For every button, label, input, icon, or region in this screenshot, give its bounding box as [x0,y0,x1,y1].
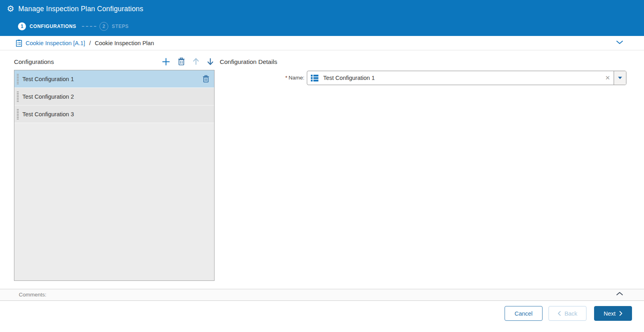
caret-down-icon [618,77,622,79]
cancel-label: Cancel [515,310,533,317]
arrow-down-icon [207,58,214,66]
cancel-button[interactable]: Cancel [505,306,543,321]
delete-configuration-button[interactable] [177,57,186,66]
chevron-left-icon [558,311,561,316]
name-field-label: *Name: [224,75,304,81]
inspection-plan-icon [16,40,22,47]
configurations-title: Configurations [14,58,54,66]
move-down-button[interactable] [206,57,215,66]
wizard-step-steps[interactable]: 2 STEPS [99,22,129,31]
step-label: STEPS [112,24,129,29]
clear-icon[interactable]: ✕ [602,74,614,82]
configuration-row-label: Test Configuration 1 [22,76,74,82]
chevron-up-icon [616,291,623,296]
step-number-badge: 1 [18,22,26,30]
back-label: Back [564,310,577,317]
comments-collapse-button[interactable] [616,291,623,296]
manage-gear-icon: ⚙ [7,4,14,13]
row-delete-button[interactable] [203,75,209,83]
dialog-footer: Cancel Back Next [0,300,644,332]
wizard-step-configurations[interactable]: 1 CONFIGURATIONS [18,22,76,30]
configuration-row-1[interactable]: Test Configuration 1 [14,70,214,88]
chevron-down-icon[interactable] [616,40,623,45]
drag-handle-icon[interactable] [17,109,19,119]
configuration-row-2[interactable]: Test Configuration 2 [14,88,214,105]
configuration-row-label: Test Configuration 3 [22,111,74,117]
name-dropdown-button[interactable] [614,71,626,85]
next-label: Next [604,310,616,317]
next-button[interactable]: Next [594,306,632,321]
configurations-header: Configurations [14,56,215,68]
wizard-steps: 1 CONFIGURATIONS 2 STEPS [18,22,129,31]
dialog-header: ⚙ Manage Inspection Plan Configurations … [0,0,644,36]
configurations-toolbar [161,56,215,68]
arrow-up-icon [193,58,199,66]
configurations-list: Test Configuration 1 Test Configuration … [14,70,215,281]
name-combobox: ✕ [307,71,626,85]
list-icon [311,75,318,82]
required-marker: * [285,75,287,81]
breadcrumb: Cookie Inspection [A.1] / Cookie Inspect… [0,36,644,50]
plus-icon [162,58,170,66]
name-input[interactable] [320,75,602,81]
comments-section: Comments: [0,289,644,300]
dialog-title: Manage Inspection Plan Configurations [18,5,143,13]
breadcrumb-separator: / [89,40,91,46]
step-connector-line [82,26,96,27]
breadcrumb-parent-link[interactable]: Cookie Inspection [A.1] [26,40,85,46]
comments-label: Comments: [19,292,46,298]
move-up-button[interactable] [192,57,200,66]
chevron-right-icon [619,311,622,316]
manage-inspection-plan-dialog: ⚙ Manage Inspection Plan Configurations … [0,0,644,332]
configuration-row-label: Test Configuration 2 [22,93,74,100]
trash-icon [178,58,185,66]
configuration-row-3[interactable]: Test Configuration 3 [14,105,214,123]
step-number-badge: 2 [99,22,108,31]
drag-handle-icon[interactable] [17,74,19,84]
trash-icon [203,75,209,83]
back-button[interactable]: Back [549,306,586,321]
add-configuration-button[interactable] [161,57,171,67]
step-label: CONFIGURATIONS [30,24,76,29]
drag-handle-icon[interactable] [17,91,19,102]
breadcrumb-current: Cookie Inspection Plan [95,40,154,46]
name-label-text: Name: [288,75,304,81]
configuration-details-title: Configuration Details [220,58,277,66]
